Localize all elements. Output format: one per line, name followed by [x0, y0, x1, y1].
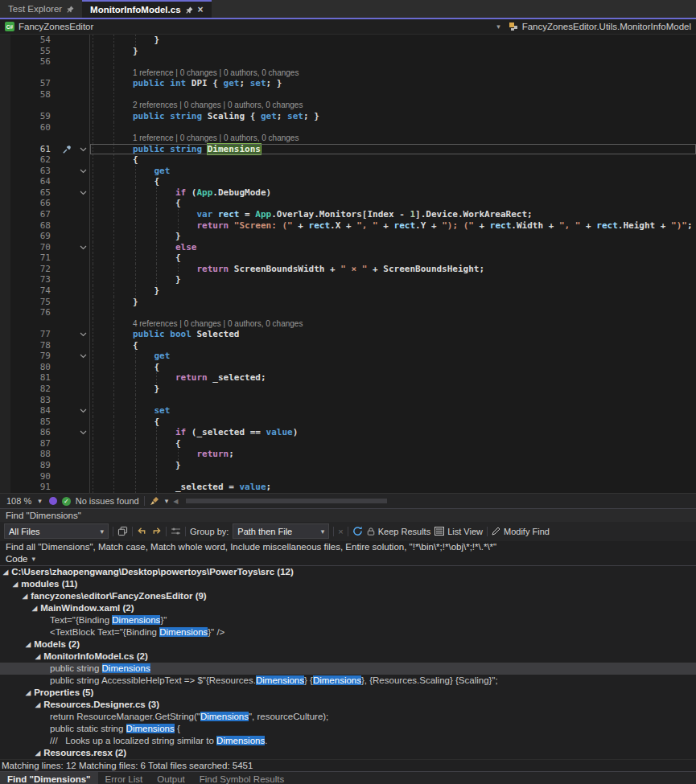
scroll-left-icon[interactable]: ◀	[173, 498, 178, 505]
zoom-select[interactable]: 108 % ▾	[4, 496, 44, 506]
code-line: 88 return;	[0, 449, 696, 460]
code-text: {	[90, 154, 696, 166]
code-line: 54 }	[0, 35, 696, 46]
find-result-node[interactable]: ◢modules (11)	[0, 578, 696, 590]
fold-margin	[60, 318, 90, 330]
options-icon[interactable]	[171, 527, 181, 536]
pin-icon[interactable]	[186, 6, 193, 14]
previous-result-icon[interactable]	[137, 527, 147, 536]
type-dropdown[interactable]: FancyZonesEditor.Utils.MonitorInfoModel	[509, 22, 691, 31]
keep-results-button[interactable]: Keep Results	[367, 527, 430, 536]
result-text: }"	[160, 615, 167, 625]
find-result-match[interactable]: public string AccessibleHelpText => $"{R…	[0, 675, 696, 687]
editor-lines: 54 }55 }561 reference | 0 changes | 0 au…	[0, 35, 696, 493]
tab-find-dimensions[interactable]: Find "Dimensions"	[0, 772, 98, 784]
code-cleanup-icon[interactable]	[150, 496, 160, 506]
expander-icon[interactable]: ◢	[3, 569, 8, 576]
code-line: 91 _selected = value;	[0, 482, 696, 493]
project-dropdown[interactable]: C# FancyZonesEditor	[5, 22, 496, 31]
horizontal-scrollbar[interactable]: ◀	[173, 497, 692, 505]
tab-monitorinfomodel[interactable]: MonitorInfoModel.cs ×	[82, 0, 211, 18]
find-result-match[interactable]: return ResourceManager.GetString("Dimens…	[0, 711, 696, 723]
find-result-node[interactable]: ◢MainWindow.xaml (2)	[0, 602, 696, 614]
fold-margin	[60, 209, 90, 220]
expander-icon[interactable]: ◢	[35, 653, 40, 660]
chevron-down-icon[interactable]: ▾	[496, 23, 500, 31]
pin-icon[interactable]	[67, 6, 74, 13]
scope-select[interactable]: All Files ▾	[4, 523, 109, 539]
modify-find-button[interactable]: Modify Find	[492, 527, 550, 536]
find-result-node[interactable]: ◢fancyzones\editor\FancyZonesEditor (9)	[0, 590, 696, 602]
fold-margin	[60, 252, 90, 264]
code-text: get	[90, 351, 696, 362]
scrollbar-thumb[interactable]	[186, 499, 387, 503]
fold-chevron-icon[interactable]	[80, 245, 87, 250]
find-result-match[interactable]: public static string Dimensions {	[0, 723, 696, 735]
expander-icon[interactable]: ◢	[26, 689, 31, 696]
group-by-select[interactable]: Path then File ▾	[233, 523, 329, 539]
copy-results-icon[interactable]	[117, 526, 128, 536]
find-result-match[interactable]: Text="{Binding Dimensions}"	[0, 614, 696, 626]
find-result-match[interactable]: public string Dimensions	[0, 663, 696, 675]
fold-chevron-icon[interactable]	[80, 191, 87, 195]
find-result-node[interactable]: ◢MonitorInfoModel.cs (2)	[0, 651, 696, 663]
expander-icon[interactable]: ◢	[13, 581, 18, 588]
fold-margin	[60, 329, 90, 340]
next-result-icon[interactable]	[151, 527, 162, 536]
find-result-node[interactable]: ◢Properties (5)	[0, 687, 696, 699]
line-number	[10, 318, 60, 330]
line-number: 85	[10, 417, 60, 428]
fold-margin	[60, 198, 90, 209]
tab-test-explorer[interactable]: Test Explorer	[0, 0, 82, 18]
fold-chevron-icon[interactable]	[80, 332, 87, 337]
extension-icon[interactable]	[49, 497, 57, 505]
expander-icon[interactable]: ◢	[35, 701, 40, 708]
find-result-node[interactable]: ◢C:\Users\zhaopengwang\Desktop\powertoys…	[0, 566, 696, 578]
code-text: }	[90, 285, 696, 297]
quick-actions-icon[interactable]	[62, 146, 71, 154]
code-text	[90, 307, 696, 318]
expander-icon[interactable]: ◢	[32, 605, 37, 612]
code-text	[90, 122, 696, 133]
fold-chevron-icon[interactable]	[80, 354, 87, 359]
line-number: 84	[10, 405, 60, 417]
close-icon[interactable]: ×	[198, 6, 204, 14]
fold-chevron-icon[interactable]	[80, 430, 87, 435]
fold-chevron-icon[interactable]	[80, 408, 87, 413]
result-text: /// Looks up a localized string similar …	[50, 736, 216, 745]
refresh-icon[interactable]	[352, 526, 363, 536]
code-line: 69 }	[0, 231, 696, 242]
code-filter-dropdown[interactable]: Code ▾	[0, 553, 696, 566]
line-number: 69	[10, 231, 60, 242]
result-text: public string AccessibleHelpText => $"{R…	[50, 675, 256, 685]
scrollbar-track[interactable]	[181, 498, 692, 504]
code-editor[interactable]: 54 }55 }561 reference | 0 changes | 0 au…	[0, 35, 696, 493]
tab-output[interactable]: Output	[150, 772, 192, 784]
find-results-panel: Find "Dimensions" All Files ▾ Group by	[0, 508, 696, 784]
fold-margin	[60, 438, 90, 449]
find-result-node[interactable]: ◢Models (2)	[0, 638, 696, 651]
group-by-label: Group by:	[190, 527, 229, 536]
line-number: 80	[10, 362, 60, 373]
glyph-margin	[0, 35, 10, 493]
code-line: 86 if (_selected == value)	[0, 427, 696, 438]
expander-icon[interactable]: ◢	[35, 749, 40, 757]
fold-chevron-icon[interactable]	[80, 169, 87, 174]
code-text: public string Dimensions	[90, 144, 696, 155]
line-number: 75	[10, 297, 60, 308]
find-result-match[interactable]: /// Looks up a localized string similar …	[0, 735, 696, 747]
tab-find-symbol-results[interactable]: Find Symbol Results	[192, 772, 291, 784]
find-result-match[interactable]: <TextBlock Text="{Binding Dimensions}" /…	[0, 626, 696, 638]
code-line: 65 if (App.DebugMode)	[0, 187, 696, 199]
expander-icon[interactable]: ◢	[26, 641, 31, 648]
code-line: 90	[0, 471, 696, 482]
find-result-node[interactable]: ◢Resources.resx (2)	[0, 747, 696, 759]
chevron-down-icon[interactable]: ▾	[165, 497, 169, 505]
cancel-search-icon[interactable]: ×	[338, 527, 343, 536]
list-view-button[interactable]: List View	[434, 527, 483, 536]
expander-icon[interactable]: ◢	[23, 593, 27, 600]
result-text: }" />	[208, 627, 224, 637]
find-result-node[interactable]: ◢Resources.Designer.cs (3)	[0, 699, 696, 711]
fold-chevron-icon[interactable]	[80, 147, 87, 152]
tab-error-list[interactable]: Error List	[98, 772, 150, 784]
